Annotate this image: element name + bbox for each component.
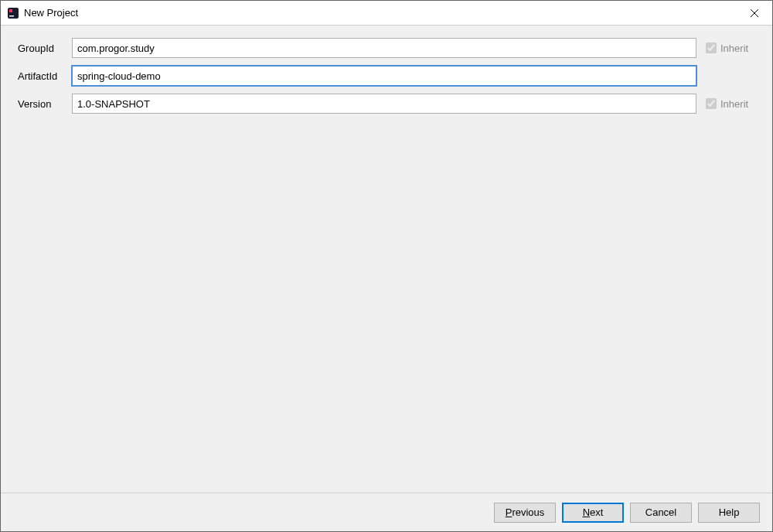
version-label: Version — [18, 98, 72, 110]
version-inherit-checkbox[interactable] — [706, 98, 717, 109]
titlebar: New Project — [1, 1, 772, 26]
groupid-inherit-checkbox[interactable] — [706, 43, 717, 53]
version-row: Version Inherit — [18, 94, 760, 114]
svg-rect-2 — [9, 15, 14, 17]
window-title: New Project — [24, 7, 737, 19]
groupid-label: GroupId — [18, 43, 72, 54]
artifactid-input[interactable] — [72, 66, 696, 86]
groupid-input[interactable] — [72, 38, 696, 58]
version-inherit-group: Inherit — [706, 98, 760, 110]
groupid-inherit-group: Inherit — [706, 43, 760, 54]
groupid-inherit-label: Inherit — [720, 43, 748, 54]
cancel-button[interactable]: Cancel — [630, 503, 692, 523]
dialog-footer: Previous Next Cancel Help — [1, 493, 772, 531]
previous-button[interactable]: Previous — [494, 503, 556, 523]
close-button[interactable] — [737, 1, 772, 26]
dialog-content: GroupId Inherit ArtifactId Version Inher… — [1, 26, 772, 493]
artifactid-label: ArtifactId — [18, 70, 72, 82]
version-inherit-label: Inherit — [720, 98, 748, 110]
groupid-row: GroupId Inherit — [18, 38, 760, 58]
help-button[interactable]: Help — [698, 503, 760, 523]
version-input[interactable] — [72, 94, 696, 114]
next-button[interactable]: Next — [562, 503, 624, 523]
artifactid-row: ArtifactId — [18, 66, 760, 86]
app-icon — [7, 7, 19, 19]
svg-rect-1 — [9, 9, 12, 12]
